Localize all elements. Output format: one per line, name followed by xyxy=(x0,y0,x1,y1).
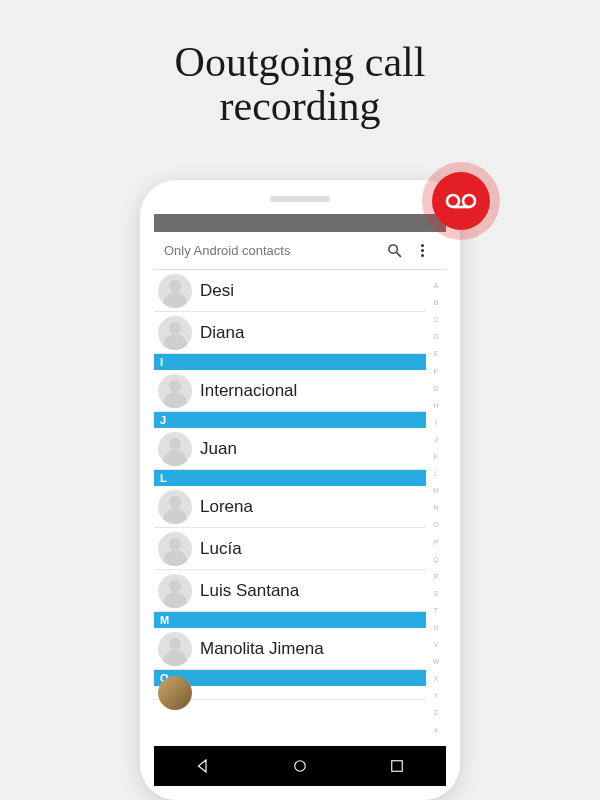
promo-title: Ooutgoing call recording xyxy=(0,40,600,128)
phone-frame: Only Android contacts Desi Diana I xyxy=(140,180,460,800)
contact-row[interactable]: Lorena xyxy=(154,486,426,528)
voicemail-record-icon xyxy=(432,172,490,230)
index-letter[interactable]: L xyxy=(434,470,438,477)
contact-row[interactable]: Luis Santana xyxy=(154,570,426,612)
index-letter[interactable]: Q xyxy=(433,556,438,563)
index-letter[interactable]: # xyxy=(434,727,438,734)
contact-list-area: Desi Diana I Internacional J Juan L xyxy=(154,270,446,746)
search-button[interactable] xyxy=(380,237,408,265)
index-letter[interactable]: B xyxy=(434,299,439,306)
contact-name: Luis Santana xyxy=(200,581,299,601)
contact-name: Manolita Jimena xyxy=(200,639,324,659)
avatar xyxy=(158,532,192,566)
index-letter[interactable]: Y xyxy=(434,692,439,699)
index-letter[interactable]: W xyxy=(433,658,440,665)
nav-recent-icon xyxy=(388,757,406,775)
status-bar xyxy=(154,214,446,232)
index-letter[interactable]: K xyxy=(434,453,439,460)
android-nav-bar xyxy=(154,746,446,786)
section-header: O xyxy=(154,670,426,686)
index-letter[interactable]: E xyxy=(434,350,439,357)
contact-row[interactable]: Juan xyxy=(154,428,426,470)
svg-rect-6 xyxy=(392,761,403,772)
contact-row[interactable]: Lucía xyxy=(154,528,426,570)
overflow-menu-button[interactable] xyxy=(408,237,436,265)
nav-home-icon xyxy=(291,757,309,775)
contact-name: Juan xyxy=(200,439,237,459)
svg-point-5 xyxy=(295,761,306,772)
index-letter[interactable]: I xyxy=(435,419,437,426)
promo-title-line1: Ooutgoing call xyxy=(175,39,426,85)
promo-title-line2: recording xyxy=(220,83,381,129)
index-letter[interactable]: A xyxy=(434,282,439,289)
contact-name: Lucía xyxy=(200,539,242,559)
avatar xyxy=(158,274,192,308)
contact-row[interactable]: Diana xyxy=(154,312,426,354)
nav-home-button[interactable] xyxy=(280,757,320,775)
index-letter[interactable]: S xyxy=(434,590,439,597)
contact-row[interactable]: Internacional xyxy=(154,370,426,412)
index-letter[interactable]: D xyxy=(433,333,438,340)
avatar xyxy=(158,676,192,710)
section-header: M xyxy=(154,612,426,628)
avatar xyxy=(158,432,192,466)
contact-row[interactable] xyxy=(154,686,426,700)
index-letter[interactable]: V xyxy=(434,641,439,648)
app-bar: Only Android contacts xyxy=(154,232,446,270)
app-bar-title: Only Android contacts xyxy=(164,243,380,258)
index-letter[interactable]: N xyxy=(433,504,438,511)
index-letter[interactable]: J xyxy=(434,436,438,443)
avatar xyxy=(158,632,192,666)
contact-row[interactable]: Desi xyxy=(154,270,426,312)
index-letter[interactable]: U xyxy=(433,624,438,631)
svg-point-3 xyxy=(388,245,397,254)
index-letter[interactable]: X xyxy=(434,675,439,682)
index-letter[interactable]: O xyxy=(433,521,438,528)
index-letter[interactable]: H xyxy=(433,402,438,409)
record-badge xyxy=(422,162,500,240)
index-letter[interactable]: G xyxy=(433,385,438,392)
index-letter[interactable]: P xyxy=(434,539,439,546)
overflow-menu-icon xyxy=(421,244,424,257)
section-header: L xyxy=(154,470,426,486)
index-letter[interactable]: Z xyxy=(434,709,438,716)
nav-back-button[interactable] xyxy=(183,757,223,775)
index-letter[interactable]: T xyxy=(434,607,438,614)
nav-recent-button[interactable] xyxy=(377,757,417,775)
contact-name: Desi xyxy=(200,281,234,301)
index-letter[interactable]: R xyxy=(433,573,438,580)
alpha-index[interactable]: ABCDEFGHIJKLMNOPQRSTUVWXYZ# xyxy=(426,270,446,746)
phone-speaker xyxy=(270,196,330,202)
section-header: I xyxy=(154,354,426,370)
contact-name: Lorena xyxy=(200,497,253,517)
avatar xyxy=(158,374,192,408)
avatar xyxy=(158,490,192,524)
avatar xyxy=(158,574,192,608)
search-icon xyxy=(386,242,403,259)
svg-point-0 xyxy=(447,195,459,207)
contact-name: Diana xyxy=(200,323,244,343)
index-letter[interactable]: F xyxy=(434,368,438,375)
index-letter[interactable]: M xyxy=(433,487,439,494)
contact-list[interactable]: Desi Diana I Internacional J Juan L xyxy=(154,270,426,746)
avatar xyxy=(158,316,192,350)
contact-name: Internacional xyxy=(200,381,297,401)
screen: Only Android contacts Desi Diana I xyxy=(154,214,446,786)
svg-point-1 xyxy=(463,195,475,207)
nav-back-icon xyxy=(194,757,212,775)
index-letter[interactable]: C xyxy=(433,316,438,323)
contact-row[interactable]: Manolita Jimena xyxy=(154,628,426,670)
section-header: J xyxy=(154,412,426,428)
svg-line-4 xyxy=(396,253,400,257)
